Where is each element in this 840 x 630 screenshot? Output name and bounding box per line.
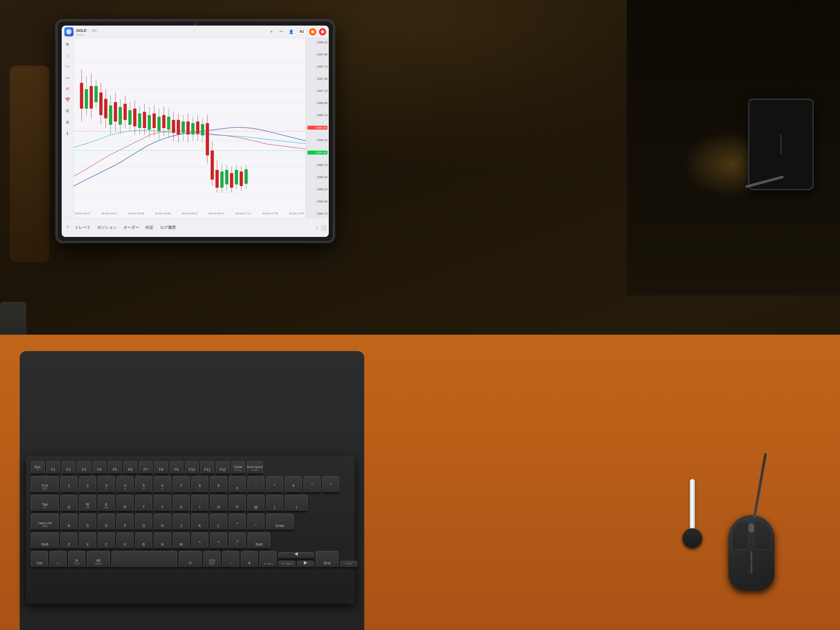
key-f6[interactable]: F6	[123, 461, 137, 474]
key-bracket-close[interactable]: ]	[285, 495, 308, 512]
key-henkan[interactable]: 変換 確定	[204, 551, 221, 568]
key-f10[interactable]: F10	[185, 461, 199, 474]
key-6[interactable]: 6&	[154, 476, 171, 493]
settings-icon[interactable]: ⚙	[64, 118, 71, 126]
key-alt-option[interactable]: Alt Option	[87, 551, 110, 568]
key-p[interactable]: P	[229, 495, 246, 512]
key-capslock[interactable]: Caps Lock 英数	[31, 513, 59, 531]
key-pgdn[interactable]: ▼ PgDn	[278, 561, 295, 568]
key-up[interactable]: ^↑	[303, 476, 321, 493]
key-x[interactable]: X	[79, 532, 96, 549]
copy-icon[interactable]: ⧉	[64, 107, 71, 115]
key-w[interactable]: W iOS	[79, 495, 96, 512]
key-s[interactable]: S	[79, 513, 96, 531]
key-underscore[interactable]: −	[222, 551, 239, 568]
key-n[interactable]: N	[154, 532, 171, 549]
key-space[interactable]	[112, 551, 177, 568]
key-f3[interactable]: F3	[77, 461, 91, 474]
chart-scroll-icon[interactable]: ↕	[316, 225, 318, 231]
key-enter[interactable]: Enter	[266, 513, 294, 531]
key-down-num[interactable]: ^↓	[322, 476, 339, 493]
key-u[interactable]: U	[172, 495, 189, 512]
key-backslash[interactable]: ¥	[241, 551, 258, 568]
dots-icon[interactable]: ○○	[64, 62, 71, 70]
circle-red-btn[interactable]	[319, 28, 326, 35]
key-right[interactable]: ▶	[297, 561, 314, 568]
crosshair-sidebar-icon[interactable]: ⊕	[64, 40, 71, 48]
key-slash[interactable]: ?/	[229, 532, 246, 549]
key-caret[interactable]: ^~	[266, 476, 283, 493]
key-end[interactable]: End	[316, 551, 339, 568]
chart-save-icon[interactable]: ⬜	[321, 225, 326, 231]
key-hankaku[interactable]: 半/全 漢字	[31, 476, 59, 493]
key-e[interactable]: E mac	[98, 495, 115, 512]
key-plus[interactable]: +;	[229, 513, 246, 531]
key-shift-left[interactable]: Shift	[31, 532, 59, 549]
key-minus[interactable]: −=	[248, 476, 264, 493]
key-menu[interactable]: ☰	[179, 551, 202, 568]
rect-icon[interactable]: ▭	[64, 74, 71, 81]
key-period[interactable]: >.	[210, 532, 227, 549]
key-left[interactable]: ◀	[278, 552, 314, 559]
mail-icon[interactable]: ✉	[64, 85, 71, 93]
key-g[interactable]: G	[135, 513, 152, 531]
key-delete[interactable]: Delete Prt Sc	[231, 461, 245, 474]
info-icon[interactable]: ℹ	[64, 129, 71, 137]
key-fn-key[interactable]: Fn	[49, 551, 66, 568]
nav-order[interactable]: オーダー	[121, 223, 142, 232]
key-f11[interactable]: F11	[201, 461, 214, 474]
key-z[interactable]: Z	[60, 532, 77, 549]
key-f5[interactable]: F5	[108, 461, 122, 474]
key-7[interactable]: 7'	[172, 476, 189, 493]
key-f7[interactable]: F7	[139, 461, 153, 474]
key-d[interactable]: D	[98, 513, 115, 531]
key-l[interactable]: L	[210, 513, 227, 531]
key-home[interactable]: Home	[340, 561, 357, 568]
key-asterisk[interactable]: *	[248, 513, 264, 531]
key-backspace[interactable]: Back Space Insert	[247, 461, 263, 474]
key-yen[interactable]: ¥|	[285, 476, 302, 493]
key-bracket-open[interactable]: [	[266, 495, 283, 512]
key-3[interactable]: 3#	[98, 476, 115, 493]
nav-chevron-up[interactable]: ^	[64, 224, 71, 231]
key-shift-right[interactable]: Shift	[248, 532, 270, 549]
key-f2[interactable]: F2	[62, 461, 76, 474]
key-y[interactable]: Y	[154, 495, 171, 512]
key-j[interactable]: J	[172, 513, 189, 531]
key-0[interactable]: 0	[229, 476, 246, 493]
m1-badge[interactable]: M1	[297, 29, 306, 35]
crosshair-icon[interactable]: +	[268, 28, 275, 35]
key-8[interactable]: 8(	[191, 476, 208, 493]
key-9[interactable]: 9)	[210, 476, 227, 493]
key-v[interactable]: V	[117, 532, 134, 549]
key-comma[interactable]: <,	[191, 532, 208, 549]
mouse-left-button[interactable]	[732, 520, 749, 549]
calendar-icon[interactable]: 📅	[64, 96, 71, 104]
key-h[interactable]: H	[154, 513, 171, 531]
key-f8[interactable]: F8	[154, 461, 168, 474]
circle-orange-btn[interactable]	[309, 28, 316, 35]
key-k[interactable]: K	[191, 513, 208, 531]
people-icon[interactable]: 👤	[287, 28, 295, 35]
key-f4[interactable]: F4	[93, 461, 106, 474]
mouse-scroll-wheel[interactable]	[748, 523, 754, 532]
key-tab[interactable]: Tab ⇄	[31, 495, 59, 512]
key-t[interactable]: T	[135, 495, 152, 512]
key-ctrl[interactable]: Ctrl	[31, 551, 48, 568]
key-i[interactable]: I	[191, 495, 208, 512]
key-pgup[interactable]: ▲ PgUp	[259, 551, 276, 568]
key-f12[interactable]: F12	[216, 461, 230, 474]
key-o[interactable]: O	[210, 495, 227, 512]
key-f9[interactable]: F9	[170, 461, 183, 474]
key-r[interactable]: R	[117, 495, 134, 512]
key-win-cmd[interactable]: ⊞ Cmd	[68, 551, 85, 568]
key-b[interactable]: B	[135, 532, 152, 549]
key-c[interactable]: C	[98, 532, 115, 549]
key-5[interactable]: 5%	[135, 476, 152, 493]
key-q[interactable]: Q	[60, 495, 77, 512]
cursor-icon[interactable]: ↕	[64, 51, 71, 59]
key-4[interactable]: 4$	[117, 476, 134, 493]
nav-position[interactable]: ポジション	[95, 223, 120, 232]
nav-execution[interactable]: 約定	[143, 223, 156, 232]
nav-trade[interactable]: トレード	[72, 223, 93, 232]
